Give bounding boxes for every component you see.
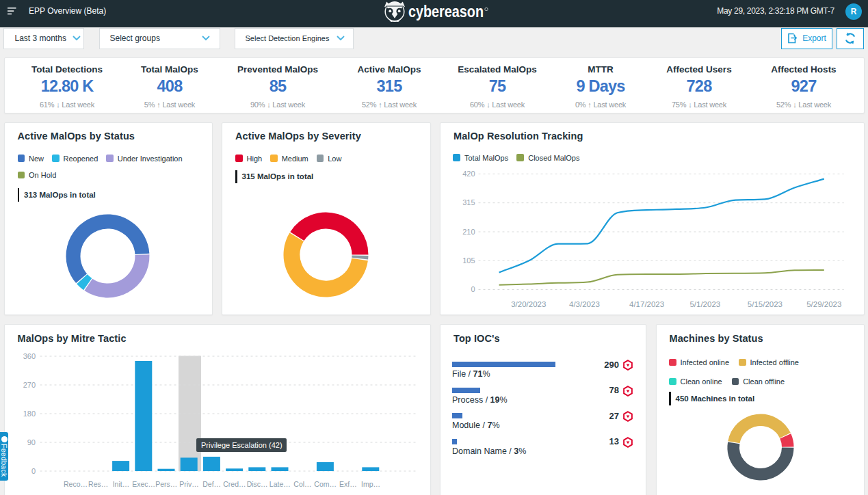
svg-text:420: 420 xyxy=(462,170,475,178)
svg-text:3/20/2023: 3/20/2023 xyxy=(511,300,546,308)
svg-text:Late…: Late… xyxy=(269,480,290,488)
svg-text:Res…: Res… xyxy=(88,480,108,488)
svg-text:Reco…: Reco… xyxy=(63,480,87,488)
svg-text:Priv…: Priv… xyxy=(179,480,199,488)
svg-text:5/15/2023: 5/15/2023 xyxy=(748,300,782,308)
svg-text:Pers…: Pers… xyxy=(155,480,177,488)
svg-text:Com…: Com… xyxy=(314,480,337,488)
svg-text:90: 90 xyxy=(27,438,35,446)
svg-text:5/29/2023: 5/29/2023 xyxy=(806,300,841,308)
svg-text:Def…: Def… xyxy=(202,480,221,488)
svg-text:360: 360 xyxy=(23,352,35,360)
svg-text:Col…: Col… xyxy=(293,480,311,488)
svg-text:Cred…: Cred… xyxy=(223,480,246,488)
svg-text:4/17/2023: 4/17/2023 xyxy=(629,300,664,308)
svg-text:0: 0 xyxy=(471,285,475,293)
svg-text:Imp…: Imp… xyxy=(361,480,380,488)
svg-text:315: 315 xyxy=(462,198,475,206)
svg-text:Disc…: Disc… xyxy=(246,480,267,488)
svg-text:210: 210 xyxy=(462,228,475,236)
svg-text:Init…: Init… xyxy=(112,480,129,488)
svg-text:cybereason: cybereason xyxy=(408,1,484,20)
svg-text:4/3/2023: 4/3/2023 xyxy=(569,300,600,308)
svg-text:180: 180 xyxy=(23,410,35,418)
svg-text:Exec…: Exec… xyxy=(132,480,155,488)
svg-text:0: 0 xyxy=(31,467,35,475)
svg-text:Exf…: Exf… xyxy=(339,480,357,488)
svg-text:5/1/2023: 5/1/2023 xyxy=(689,300,720,308)
svg-text:270: 270 xyxy=(23,381,35,389)
svg-text:105: 105 xyxy=(462,256,475,265)
